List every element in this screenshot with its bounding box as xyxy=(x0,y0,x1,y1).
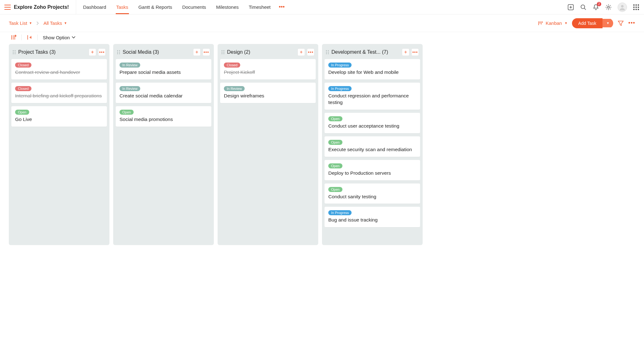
nav-tab-tasks[interactable]: Tasks xyxy=(111,0,133,14)
notification-badge: 2 xyxy=(597,2,601,6)
column-actions: +••• xyxy=(297,48,314,56)
card-title: Design wireframes xyxy=(224,93,312,99)
card-title: Prepare social media assets xyxy=(119,69,208,76)
nav-tab-documents[interactable]: Documents xyxy=(177,0,211,14)
svg-point-24 xyxy=(328,50,329,51)
column-more-icon[interactable]: ••• xyxy=(411,48,419,56)
drag-handle-icon[interactable] xyxy=(326,50,329,54)
kanban-card[interactable]: In ReviewCreate social media calendar xyxy=(116,83,211,103)
topnav-right: 2 xyxy=(567,3,640,12)
kanban-card[interactable]: In ProgressDevelop site for Web and mobi… xyxy=(325,59,420,79)
card-title: Execute security scan and remediation xyxy=(328,146,416,153)
column-title: Project Tasks (3) xyxy=(18,49,56,55)
svg-point-10 xyxy=(15,53,16,54)
kanban-card[interactable]: In ProgressConduct regression and perfor… xyxy=(325,83,420,110)
card-title: Bug and issue tracking xyxy=(328,217,416,223)
status-badge: In Progress xyxy=(328,86,352,91)
user-avatar[interactable] xyxy=(618,3,627,12)
svg-point-16 xyxy=(119,53,120,54)
nav-more-icon[interactable]: ••• xyxy=(276,4,288,10)
column-more-icon[interactable]: ••• xyxy=(203,48,210,56)
nav-tabs: DashboardTasksGantt & ReportsDocumentsMi… xyxy=(78,0,275,14)
card-title: Social media promotions xyxy=(119,116,208,123)
status-badge: Open xyxy=(328,140,342,145)
status-badge: Closed xyxy=(15,63,31,68)
card-title: Contract review and handover xyxy=(15,69,103,76)
more-options-icon[interactable]: ••• xyxy=(628,20,635,26)
svg-point-2 xyxy=(608,6,609,8)
notifications-icon[interactable]: 2 xyxy=(592,4,599,11)
nav-tab-dashboard[interactable]: Dashboard xyxy=(78,0,111,14)
view-switch-kanban[interactable]: Kanban ▼ xyxy=(538,20,568,26)
kanban-card[interactable]: OpenSocial media promotions xyxy=(116,106,211,127)
svg-point-17 xyxy=(222,50,223,51)
drag-handle-icon[interactable] xyxy=(221,50,225,54)
top-nav: Explore Zoho Projects! DashboardTasksGan… xyxy=(0,0,644,14)
column-more-icon[interactable]: ••• xyxy=(307,48,314,56)
add-task-caret-icon[interactable]: ▼ xyxy=(602,19,613,27)
breadcrumb-separator xyxy=(36,21,39,25)
card-title: Conduct sanity testing xyxy=(328,194,416,200)
svg-point-1 xyxy=(581,5,585,8)
kanban-card[interactable]: OpenDeploy to Production servers xyxy=(325,160,420,180)
add-icon[interactable] xyxy=(567,4,574,11)
svg-point-12 xyxy=(119,50,120,51)
column-title: Design (2) xyxy=(227,49,250,55)
kanban-card[interactable]: In ProgressBug and issue tracking xyxy=(325,207,420,227)
breadcrumb-current[interactable]: All Tasks ▼ xyxy=(43,20,67,26)
status-badge: Open xyxy=(119,110,134,115)
kanban-card[interactable]: OpenConduct user acceptance testing xyxy=(325,113,420,133)
card-title: Develop site for Web and mobile xyxy=(328,69,416,76)
column-add-icon[interactable]: + xyxy=(89,48,96,56)
drag-handle-icon[interactable] xyxy=(117,50,120,54)
settings-icon[interactable] xyxy=(605,4,612,11)
svg-point-18 xyxy=(224,50,225,51)
kanban-card[interactable]: OpenConduct sanity testing xyxy=(325,183,420,204)
nav-tab-gantt-reports[interactable]: Gantt & Reports xyxy=(133,0,177,14)
kanban-settings-icon[interactable] xyxy=(11,35,16,40)
status-badge: In Review xyxy=(119,63,140,68)
kanban-card[interactable]: ClosedInternal briefing and kickoff prep… xyxy=(11,83,107,103)
column-add-icon[interactable]: + xyxy=(297,48,305,56)
breadcrumb-task-list[interactable]: Task List ▼ xyxy=(9,20,32,26)
svg-point-3 xyxy=(621,5,624,8)
nav-tab-milestones[interactable]: Milestones xyxy=(211,0,244,14)
add-task-button[interactable]: Add Task ▼ xyxy=(572,18,613,28)
status-badge: Open xyxy=(15,110,29,115)
subbar-right: Kanban ▼ Add Task ▼ ••• xyxy=(538,18,635,28)
card-title: Go Live xyxy=(15,116,103,123)
kanban-column: Project Tasks (3)+•••ClosedContract revi… xyxy=(9,44,109,245)
svg-point-6 xyxy=(15,50,16,51)
kanban-card[interactable]: OpenGo Live xyxy=(11,106,107,127)
column-actions: +••• xyxy=(193,48,210,56)
brand-title[interactable]: Explore Zoho Projects! xyxy=(14,0,76,14)
status-badge: In Review xyxy=(224,86,245,91)
apps-icon[interactable] xyxy=(633,4,640,11)
svg-point-21 xyxy=(222,53,223,54)
status-badge: Open xyxy=(328,116,342,121)
column-add-icon[interactable]: + xyxy=(193,48,201,56)
kanban-card[interactable]: ClosedProject Kickoff xyxy=(220,59,316,79)
status-badge: Closed xyxy=(224,63,240,68)
kanban-card[interactable]: In ReviewDesign wireframes xyxy=(220,83,316,103)
search-icon[interactable] xyxy=(580,4,587,11)
column-header: Design (2)+••• xyxy=(220,47,316,59)
svg-point-15 xyxy=(117,53,118,54)
kanban-card[interactable]: In ReviewPrepare social media assets xyxy=(116,59,211,79)
kanban-card[interactable]: ClosedContract review and handover xyxy=(11,59,107,79)
column-header: Development & Test... (7)+••• xyxy=(325,47,420,59)
nav-tab-timesheet[interactable]: Timesheet xyxy=(244,0,275,14)
kanban-card[interactable]: OpenExecute security scan and remediatio… xyxy=(325,136,420,157)
show-option-dropdown[interactable]: Show Option xyxy=(43,35,75,40)
view-switch-label: Kanban xyxy=(546,20,562,26)
column-header: Project Tasks (3)+••• xyxy=(11,47,107,59)
collapse-icon[interactable] xyxy=(27,35,32,40)
svg-point-28 xyxy=(328,53,329,54)
column-more-icon[interactable]: ••• xyxy=(98,48,106,56)
menu-icon[interactable] xyxy=(4,5,11,10)
svg-point-19 xyxy=(222,52,223,53)
card-title: Conduct user acceptance testing xyxy=(328,123,416,129)
drag-handle-icon[interactable] xyxy=(13,50,16,54)
filter-icon[interactable] xyxy=(618,20,624,26)
column-add-icon[interactable]: + xyxy=(402,48,409,56)
